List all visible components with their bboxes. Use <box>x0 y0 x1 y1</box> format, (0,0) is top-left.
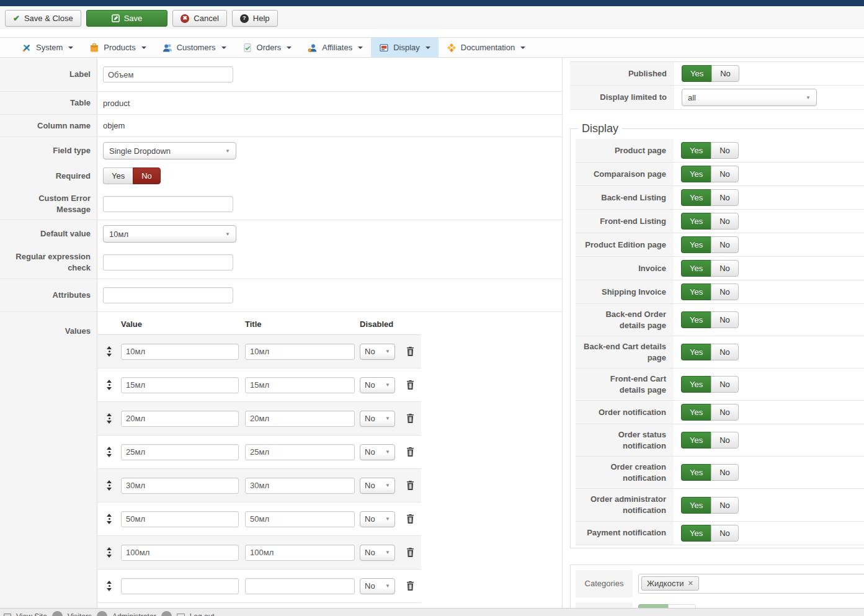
title-input[interactable] <box>245 478 355 494</box>
no-button[interactable]: No <box>711 166 739 182</box>
title-input[interactable] <box>245 578 355 594</box>
save-button[interactable]: Save <box>86 10 168 27</box>
yes-button[interactable]: Yes <box>681 432 711 449</box>
attributes-input[interactable] <box>103 287 233 303</box>
remove-tag-icon[interactable]: ✕ <box>688 579 693 587</box>
no-button[interactable]: No <box>711 404 739 421</box>
menu-item-orders[interactable]: Orders <box>234 38 300 57</box>
value-input[interactable] <box>121 344 239 360</box>
no-button[interactable]: No <box>711 142 739 159</box>
menu-item-display[interactable]: Display <box>371 38 439 57</box>
no-button[interactable]: No <box>711 497 739 514</box>
menu-item-products[interactable]: Products <box>81 38 154 57</box>
regex-input[interactable] <box>103 254 233 270</box>
trash-icon[interactable] <box>406 447 414 457</box>
drag-handle-icon[interactable] <box>107 581 112 591</box>
title-input[interactable] <box>245 511 355 527</box>
yes-button[interactable]: Yes <box>681 376 711 393</box>
yes-button[interactable]: Yes <box>681 404 711 421</box>
drag-handle-icon[interactable] <box>107 514 112 524</box>
label-input[interactable] <box>103 66 233 83</box>
disabled-select[interactable]: No ▼ <box>360 444 395 460</box>
no-button[interactable]: No <box>711 464 739 481</box>
cancel-button[interactable]: ✖ Cancel <box>172 10 226 27</box>
drag-handle-icon[interactable] <box>107 380 112 390</box>
drag-handle-icon[interactable] <box>107 547 112 558</box>
categories-tag-input[interactable]: Жидкости ✕ <box>638 574 864 594</box>
yes-button[interactable]: Yes <box>681 344 711 360</box>
drag-handle-icon[interactable] <box>107 413 112 424</box>
drag-handle-icon[interactable] <box>107 480 112 491</box>
default-value-select[interactable]: 10мл ▼ <box>103 225 236 243</box>
menu-item-customers[interactable]: Customers <box>154 38 234 57</box>
category-chip[interactable]: Жидкости ✕ <box>641 576 699 591</box>
value-input[interactable] <box>121 478 239 494</box>
display-limited-select[interactable]: all ▼ <box>682 89 817 106</box>
no-button[interactable]: No <box>711 311 739 328</box>
required-no-button[interactable]: No <box>133 167 161 184</box>
disabled-select[interactable]: No ▼ <box>360 511 395 527</box>
no-button[interactable]: No <box>711 236 739 253</box>
published-no-button[interactable]: No <box>711 65 739 82</box>
yes-button[interactable]: Yes <box>681 311 711 328</box>
no-button[interactable]: No <box>711 189 739 206</box>
yes-no-toggle: Yes No <box>681 404 739 421</box>
help-button[interactable]: ? Help <box>232 10 278 27</box>
no-button[interactable]: No <box>711 283 739 300</box>
no-button[interactable]: No <box>711 213 739 230</box>
title-input[interactable] <box>245 377 355 393</box>
yes-button[interactable]: Yes <box>681 142 711 159</box>
trash-icon[interactable] <box>406 380 414 390</box>
save-close-button[interactable]: ✔ Save & Close <box>5 10 81 27</box>
disabled-select[interactable]: No ▼ <box>360 578 395 594</box>
log-out-link[interactable]: Log out <box>190 612 215 616</box>
title-input[interactable] <box>245 411 355 427</box>
no-button[interactable]: No <box>711 525 739 542</box>
menu-item-affiliates[interactable]: Affiliates <box>300 38 371 57</box>
custom-error-input[interactable] <box>103 196 233 212</box>
disabled-select[interactable]: No ▼ <box>360 411 395 427</box>
value-input[interactable] <box>121 545 239 561</box>
no-button[interactable]: No <box>711 376 739 393</box>
view-site-link[interactable]: View Site <box>16 612 47 616</box>
yes-button[interactable]: Yes <box>681 213 711 230</box>
value-input[interactable] <box>121 377 239 393</box>
value-input[interactable] <box>121 578 239 594</box>
disabled-select[interactable]: No ▼ <box>360 545 395 561</box>
yes-button[interactable]: Yes <box>681 260 711 277</box>
disabled-select[interactable]: No ▼ <box>360 344 395 360</box>
drag-handle-icon[interactable] <box>107 346 112 357</box>
title-input[interactable] <box>245 344 355 360</box>
trash-icon[interactable] <box>406 514 414 524</box>
yes-button[interactable]: Yes <box>681 283 711 300</box>
yes-button[interactable]: Yes <box>681 464 711 481</box>
yes-button[interactable]: Yes <box>681 525 711 542</box>
yes-button[interactable]: Yes <box>681 236 711 253</box>
trash-icon[interactable] <box>406 347 414 356</box>
value-input[interactable] <box>121 411 239 427</box>
no-button[interactable]: No <box>711 344 739 360</box>
yes-button[interactable]: Yes <box>681 497 711 514</box>
required-yes-button[interactable]: Yes <box>103 167 133 184</box>
no-button[interactable]: No <box>711 260 739 277</box>
trash-icon[interactable] <box>406 581 414 591</box>
menu-item-system[interactable]: System <box>14 38 81 57</box>
yes-button[interactable]: Yes <box>681 189 711 206</box>
trash-icon[interactable] <box>406 414 414 423</box>
published-yes-button[interactable]: Yes <box>682 65 711 82</box>
disabled-select[interactable]: No ▼ <box>360 377 395 393</box>
value-input[interactable] <box>121 444 239 460</box>
title-input[interactable] <box>245 545 355 561</box>
drag-handle-icon[interactable] <box>107 447 112 457</box>
trash-icon[interactable] <box>406 481 414 490</box>
yes-button[interactable]: Yes <box>638 604 668 608</box>
no-button[interactable]: No <box>711 432 739 449</box>
trash-icon[interactable] <box>406 548 414 557</box>
no-button[interactable]: No <box>668 604 696 608</box>
yes-button[interactable]: Yes <box>681 166 711 182</box>
menu-item-documentation[interactable]: Documentation <box>439 38 533 57</box>
field-type-select[interactable]: Single Dropdown ▼ <box>103 142 236 159</box>
value-input[interactable] <box>121 511 239 527</box>
title-input[interactable] <box>245 444 355 460</box>
disabled-select[interactable]: No ▼ <box>360 478 395 494</box>
